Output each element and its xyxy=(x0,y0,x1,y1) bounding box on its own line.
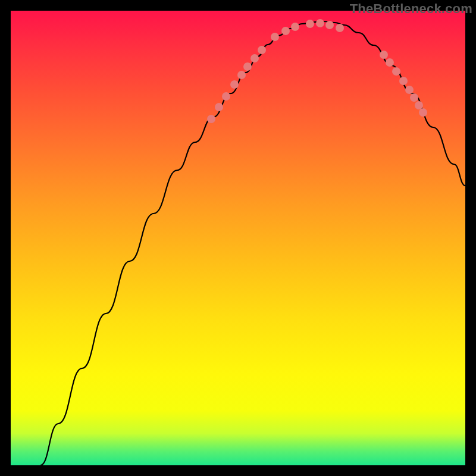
marker-point xyxy=(230,80,239,89)
marker-point xyxy=(271,33,279,41)
marker-point xyxy=(306,20,314,28)
watermark-text: TheBottleneck.com xyxy=(350,1,472,17)
marker-point xyxy=(419,108,427,117)
marker-point xyxy=(399,77,408,85)
marker-point xyxy=(222,92,230,101)
marker-point xyxy=(215,103,223,111)
marker-point xyxy=(250,54,259,62)
marker-point xyxy=(281,27,290,35)
marker-point xyxy=(243,62,252,71)
marker-point xyxy=(392,67,400,76)
marker-point xyxy=(380,51,388,59)
marker-point xyxy=(325,21,334,29)
marker-point xyxy=(405,86,414,94)
marker-point xyxy=(410,93,418,102)
marker-point xyxy=(291,23,299,31)
chart-frame: TheBottleneck.com xyxy=(0,0,476,476)
marker-point xyxy=(336,24,344,32)
marker-point xyxy=(258,46,266,54)
marker-point xyxy=(207,115,215,123)
chart-svg xyxy=(11,11,465,465)
marker-point xyxy=(237,71,246,79)
marker-point xyxy=(386,58,394,67)
marker-point xyxy=(415,101,423,109)
bottleneck-curve xyxy=(40,21,465,465)
marker-point xyxy=(316,19,324,27)
plot-area xyxy=(11,11,465,465)
